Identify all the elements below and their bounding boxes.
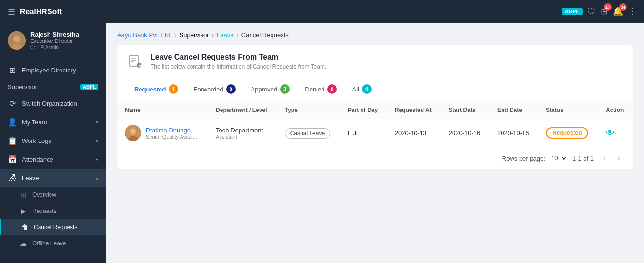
sidebar-item-overview[interactable]: ⊞ Overview xyxy=(0,187,106,203)
cell-type: Casual Leave xyxy=(277,119,340,147)
breadcrumb: Aayu Bank Pvt. Ltd. › Supervisor › Leave… xyxy=(117,31,633,39)
breadcrumb-leave[interactable]: Leave xyxy=(217,31,233,39)
cell-part-of-day: Full xyxy=(340,119,387,147)
breadcrumb-sep-1: › xyxy=(174,31,176,39)
main-content: ABPL 🛡 ⊞ 17 🔔 34 ⋮ Aayu Bank Pvt. Ltd. ›… xyxy=(106,0,644,263)
topbar: ABPL 🛡 ⊞ 17 🔔 34 ⋮ xyxy=(106,0,644,23)
hamburger-icon[interactable]: ☰ xyxy=(8,7,15,17)
switch-org-icon: ⟳ xyxy=(8,99,17,108)
bell-notification[interactable]: 🔔 34 xyxy=(613,6,623,17)
tab-count-denied: 0 xyxy=(327,84,337,94)
tab-count-requested: 1 xyxy=(169,84,178,94)
table-card: ✕ Leave Cancel Requests From Team The li… xyxy=(117,45,633,169)
cell-department: Tech Department Assistant xyxy=(208,119,277,147)
attendance-icon: 📅 xyxy=(8,155,17,164)
col-name: Name xyxy=(117,101,208,119)
page-title: Leave Cancel Requests From Team xyxy=(151,53,326,61)
svg-point-10 xyxy=(130,129,136,135)
sidebar-item-requests[interactable]: ▶ Requests xyxy=(0,203,106,219)
user-section: Rajesh Shrestha Executive Director 🛡 HR … xyxy=(0,24,106,57)
col-end-date: End Date xyxy=(490,101,538,119)
tab-all[interactable]: All 4 xyxy=(344,78,379,101)
cell-start-date: 2020-10-16 xyxy=(441,119,490,147)
attendance-arrow: ▾ xyxy=(96,157,98,162)
person-details: Pratima Dhungol Senior Quality Assur... xyxy=(146,127,197,140)
apps-notification[interactable]: ⊞ 17 xyxy=(601,6,608,17)
col-part-of-day: Part of Day xyxy=(340,101,387,119)
tab-forwarded[interactable]: Forwarded 0 xyxy=(186,78,243,101)
prev-page-button[interactable]: ‹ xyxy=(598,152,611,164)
sidebar-item-attendance[interactable]: 📅 Attendance ▾ xyxy=(0,150,106,169)
sidebar-header: ☰ RealHRSoft xyxy=(0,0,106,24)
sidebar-item-leave[interactable]: 🏖 Leave ▴ xyxy=(0,169,106,187)
nav-section: ⊞ Employee Directory Supervisor ABPL ⟳ S… xyxy=(0,57,106,255)
cancel-requests-icon: 🗑 xyxy=(20,223,29,231)
tab-count-forwarded: 0 xyxy=(226,84,236,94)
breadcrumb-current: Cancel Requests xyxy=(242,31,289,39)
next-page-button[interactable]: › xyxy=(613,152,625,164)
rows-per-page-label: Rows per page: xyxy=(502,155,545,162)
breadcrumb-supervisor: Supervisor xyxy=(180,31,209,39)
view-action-icon[interactable]: 👁 xyxy=(606,128,614,138)
sidebar-item-cancel-requests[interactable]: 🗑 Cancel Requests xyxy=(0,219,106,235)
user-name: Rajesh Shrestha xyxy=(30,31,79,38)
svg-point-1 xyxy=(13,36,20,43)
table-row: Pratima Dhungol Senior Quality Assur... … xyxy=(117,119,633,147)
sidebar-item-work-logs[interactable]: 📋 Work Logs ▾ xyxy=(0,132,106,150)
leave-icon: 🏖 xyxy=(8,173,17,182)
page-nav: ‹ › xyxy=(598,152,625,164)
svg-text:✕: ✕ xyxy=(138,64,141,68)
overview-icon: ⊞ xyxy=(19,191,28,199)
requests-icon: ▶ xyxy=(19,207,28,215)
sidebar-item-my-team[interactable]: 👤 My Team ▾ xyxy=(0,113,106,132)
avatar xyxy=(8,31,26,50)
user-badge: 🛡 HR Admin xyxy=(30,45,79,50)
tabs: Requested 1 Forwarded 0 Approved 3 Denie… xyxy=(117,78,633,101)
more-options-icon[interactable]: ⋮ xyxy=(628,6,636,17)
rows-per-page-select[interactable]: 10 20 50 xyxy=(547,153,568,163)
cell-requested-at: 2020-10-13 xyxy=(387,119,441,147)
sidebar-item-supervisor[interactable]: Supervisor ABPL xyxy=(0,80,106,94)
tab-requested[interactable]: Requested 1 xyxy=(127,78,186,101)
cell-status: Requested xyxy=(538,119,598,147)
work-logs-arrow: ▾ xyxy=(96,138,98,143)
sidebar-item-switch-org[interactable]: ⟳ Switch Organization xyxy=(0,94,106,113)
page-header: ✕ Leave Cancel Requests From Team The li… xyxy=(117,45,633,78)
data-table: Name Department / Level Type Part of Day… xyxy=(117,101,633,147)
page-header-text: Leave Cancel Requests From Team The list… xyxy=(151,53,326,70)
org-badge: ABPL xyxy=(562,8,583,15)
cell-action: 👁 xyxy=(598,119,633,147)
app-title: RealHRSoft xyxy=(20,8,62,16)
col-requested-at: Requested At xyxy=(387,101,441,119)
pagination: Rows per page: 10 20 50 1-1 of 1 ‹ › xyxy=(117,147,633,169)
apps-count: 17 xyxy=(604,3,612,11)
col-status: Status xyxy=(538,101,598,119)
cell-end-date: 2020-10-16 xyxy=(490,119,538,147)
my-team-arrow: ▾ xyxy=(96,120,98,125)
col-start-date: Start Date xyxy=(441,101,490,119)
breadcrumb-sep-2: › xyxy=(212,31,214,39)
breadcrumb-org[interactable]: Aayu Bank Pvt. Ltd. xyxy=(117,31,171,39)
sidebar: ☰ RealHRSoft Rajesh Shrestha Executive D… xyxy=(0,0,106,263)
rows-per-page: Rows per page: 10 20 50 xyxy=(502,153,568,163)
bell-count: 34 xyxy=(619,3,627,11)
content-area: Aayu Bank Pvt. Ltd. › Supervisor › Leave… xyxy=(106,23,644,263)
col-action: Action xyxy=(598,101,633,119)
tab-denied[interactable]: Denied 0 xyxy=(297,78,344,101)
col-type: Type xyxy=(277,101,340,119)
col-department: Department / Level xyxy=(208,101,277,119)
breadcrumb-sep-3: › xyxy=(236,31,238,39)
work-logs-icon: 📋 xyxy=(8,136,17,145)
sidebar-item-employee-directory[interactable]: ⊞ Employee Directory xyxy=(0,61,106,80)
user-info: Rajesh Shrestha Executive Director 🛡 HR … xyxy=(30,31,79,50)
tab-approved[interactable]: Approved 3 xyxy=(243,78,298,101)
tab-count-all: 4 xyxy=(362,84,372,94)
shield-topbar-icon[interactable]: 🛡 xyxy=(587,7,596,17)
user-role: Executive Director xyxy=(30,38,79,44)
page-header-icon: ✕ xyxy=(127,53,144,70)
row-avatar xyxy=(125,125,141,141)
sidebar-item-offline-leave[interactable]: ☁ Offline Leave xyxy=(0,235,106,252)
leave-sub-nav: ⊞ Overview ▶ Requests 🗑 Cancel Requests … xyxy=(0,187,106,252)
offline-leave-icon: ☁ xyxy=(19,240,28,247)
page-subtitle: The list below contain the information o… xyxy=(151,63,326,70)
